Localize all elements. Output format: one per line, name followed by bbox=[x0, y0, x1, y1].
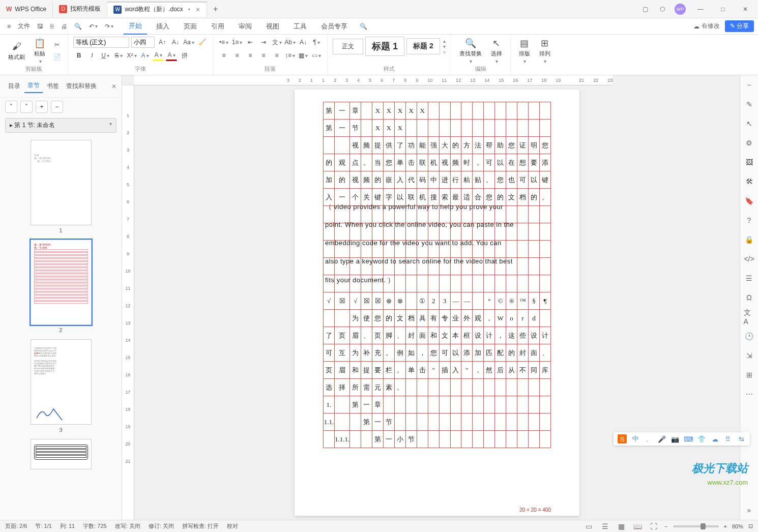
collapse-down-icon[interactable]: ˅ bbox=[5, 101, 17, 113]
status-spellcheck[interactable]: 拼写检查: 打开 bbox=[182, 522, 219, 530]
style-heading1[interactable]: 标题 1 bbox=[365, 37, 404, 56]
font-size-select[interactable] bbox=[131, 37, 155, 48]
omega-icon[interactable]: Ω bbox=[744, 292, 755, 303]
layout-icon[interactable]: ▢ bbox=[640, 4, 650, 14]
hamburger-icon[interactable]: ≡ bbox=[4, 21, 14, 32]
minimize-button[interactable]: — bbox=[693, 4, 708, 14]
menu-tab-insert[interactable]: 插入 bbox=[151, 19, 174, 34]
paste-button[interactable]: 📋粘贴▾ bbox=[31, 37, 48, 65]
file-menu[interactable]: 文件 bbox=[15, 20, 33, 33]
text-direction-icon[interactable]: 文▾ bbox=[271, 37, 282, 48]
save-icon[interactable]: 🖫 bbox=[34, 21, 46, 32]
align-button[interactable]: ⊞排列▾ bbox=[536, 37, 553, 65]
shrink-font-icon[interactable]: A↓ bbox=[170, 37, 181, 48]
thumbnail-list[interactable]: 目录第一章 XXXXX第一节 XXX1 第一章 XXXXX 第一节 XXX 2 … bbox=[0, 135, 122, 520]
status-track-changes[interactable]: 修订: 关闭 bbox=[149, 522, 174, 530]
shading-icon[interactable]: ▦▾ bbox=[298, 50, 309, 61]
print-icon[interactable]: 🖨 bbox=[58, 21, 70, 32]
cloud-icon[interactable]: ☁ bbox=[710, 434, 719, 444]
view-fullscreen-icon[interactable]: ⛶ bbox=[648, 521, 659, 532]
align-right-icon[interactable]: ≡ bbox=[245, 50, 256, 61]
document-page[interactable]: 第一章XXXXX第一节XXX视频提供了功能强大的方法帮助您证明您的观点。当您单击… bbox=[295, 90, 579, 516]
pencil-icon[interactable]: ✎ bbox=[744, 99, 755, 110]
zoom-in-button[interactable]: + bbox=[724, 523, 727, 529]
cursor-icon[interactable]: ↖ bbox=[744, 118, 755, 129]
status-proof[interactable]: 校对 bbox=[227, 522, 238, 530]
font-family-select[interactable] bbox=[73, 37, 129, 48]
list-icon[interactable]: ☰ bbox=[744, 273, 755, 284]
strike-icon[interactable]: S▾ bbox=[113, 50, 124, 61]
tab-document[interactable]: W word教程（新）.docx • ✕ bbox=[107, 2, 207, 17]
chevron-up-icon[interactable]: ▴ bbox=[443, 38, 446, 44]
zoom-slider[interactable] bbox=[673, 525, 719, 527]
page-thumbnail-4[interactable] bbox=[31, 439, 92, 469]
menu-tab-tools[interactable]: 工具 bbox=[288, 19, 312, 34]
view-web-icon[interactable]: ▦ bbox=[616, 521, 627, 532]
tools-icon[interactable]: 🛠 bbox=[744, 176, 755, 187]
highlight-icon[interactable]: A▾ bbox=[153, 50, 164, 61]
new-tab-button[interactable]: + bbox=[207, 5, 224, 14]
keyboard-icon[interactable]: ⌨ bbox=[684, 434, 693, 444]
italic-icon[interactable]: I bbox=[86, 50, 98, 61]
panel-tab-sections[interactable]: 章节 bbox=[24, 79, 43, 93]
increase-indent-icon[interactable]: ⇥ bbox=[258, 37, 269, 48]
style-body[interactable]: 正文 bbox=[333, 39, 363, 54]
cube-icon[interactable]: ⬡ bbox=[657, 4, 667, 14]
format-painter-button[interactable]: 🖌格式刷 bbox=[5, 40, 28, 62]
layout-button[interactable]: ▤排版▾ bbox=[516, 37, 533, 65]
style-heading2[interactable]: 标题 2 bbox=[406, 38, 440, 54]
justify-icon[interactable]: ≡ bbox=[258, 50, 269, 61]
ime-lang-icon[interactable]: 中 bbox=[631, 434, 640, 444]
panel-tab-bookmarks[interactable]: 书签 bbox=[44, 80, 62, 93]
line-spacing-icon[interactable]: ↕≡▾ bbox=[284, 50, 296, 61]
skin-icon[interactable]: 👕 bbox=[697, 434, 706, 444]
collapse-icon[interactable]: » bbox=[744, 505, 755, 516]
avatar[interactable]: WP bbox=[675, 4, 686, 15]
table-icon[interactable]: ⊞ bbox=[744, 369, 755, 380]
zoom-level[interactable]: 80% bbox=[732, 523, 743, 529]
view-outline-icon[interactable]: ☰ bbox=[599, 521, 610, 532]
collapse-up-icon[interactable]: ˄ bbox=[20, 101, 33, 113]
translate-icon[interactable]: 文A bbox=[744, 311, 755, 322]
export-icon[interactable]: ⇲ bbox=[744, 350, 755, 361]
status-overwrite[interactable]: 改写: 关闭 bbox=[115, 522, 140, 530]
zoom-fit-icon[interactable]: ⊡ bbox=[748, 523, 753, 529]
ime-punct-icon[interactable]: 、 bbox=[644, 434, 653, 444]
bold-icon[interactable]: B bbox=[73, 50, 84, 61]
cut-icon[interactable]: ✂ bbox=[51, 39, 63, 50]
phonetic-icon[interactable]: 拼 bbox=[179, 50, 190, 61]
clear-format-icon[interactable]: 🧹 bbox=[196, 37, 208, 48]
borders-icon[interactable]: ▭▾ bbox=[311, 50, 322, 61]
bullets-icon[interactable]: •≡▾ bbox=[218, 37, 229, 48]
find-replace-button[interactable]: 🔍查找替换▾ bbox=[456, 37, 485, 65]
cloud-status[interactable]: ☁ 有修改 bbox=[693, 22, 720, 31]
align-left-icon[interactable]: ≡ bbox=[218, 50, 229, 61]
status-page[interactable]: 页面: 2/6 bbox=[5, 522, 27, 530]
bookmark-icon[interactable]: 🔖 bbox=[744, 195, 755, 206]
redo-icon[interactable]: ↷▾ bbox=[102, 21, 116, 32]
menu-tab-start[interactable]: 开始 bbox=[124, 18, 147, 35]
expand-icon[interactable]: ▿ bbox=[443, 49, 446, 55]
switch-icon[interactable]: ⇆ bbox=[737, 434, 746, 444]
page-thumbnail-1[interactable]: 目录第一章 XXXXX第一节 XXX bbox=[31, 140, 92, 225]
section-dropdown[interactable]: ▸ 第 1 节: 未命名 ▾ bbox=[5, 118, 116, 133]
tab-wps-home[interactable]: W WPS Office bbox=[0, 2, 53, 17]
page-thumbnail-3[interactable]: 主题和样式也有助于文档保持协调当您单击设计并选择新的主题时图片图表和SmartA… bbox=[31, 339, 92, 425]
mic-icon[interactable]: 🎤 bbox=[657, 434, 666, 444]
align-center-icon[interactable]: ≡ bbox=[231, 50, 243, 61]
page-thumbnail-2[interactable]: 第一章 XXXXX 第一节 XXX bbox=[31, 240, 92, 325]
status-section[interactable]: 节: 1/1 bbox=[35, 522, 51, 530]
close-icon[interactable]: ✕ bbox=[111, 83, 116, 90]
grow-font-icon[interactable]: A↑ bbox=[157, 37, 168, 48]
sort-icon[interactable]: A↓ bbox=[298, 37, 309, 48]
close-button[interactable]: ✕ bbox=[738, 4, 753, 14]
vertical-ruler[interactable]: 123456789101112131415161718192021 bbox=[122, 85, 134, 520]
code-icon[interactable]: </> bbox=[744, 253, 755, 264]
menu-tab-review[interactable]: 审阅 bbox=[234, 19, 257, 34]
numbering-icon[interactable]: 1≡▾ bbox=[231, 37, 243, 48]
font-color-icon[interactable]: A▾ bbox=[166, 50, 177, 61]
chevron-down-icon[interactable]: ▾ bbox=[443, 44, 446, 49]
superscript-icon[interactable]: X²▾ bbox=[126, 50, 137, 61]
copy-icon[interactable]: 📄 bbox=[51, 51, 63, 63]
view-page-icon[interactable]: ▭ bbox=[583, 521, 594, 532]
